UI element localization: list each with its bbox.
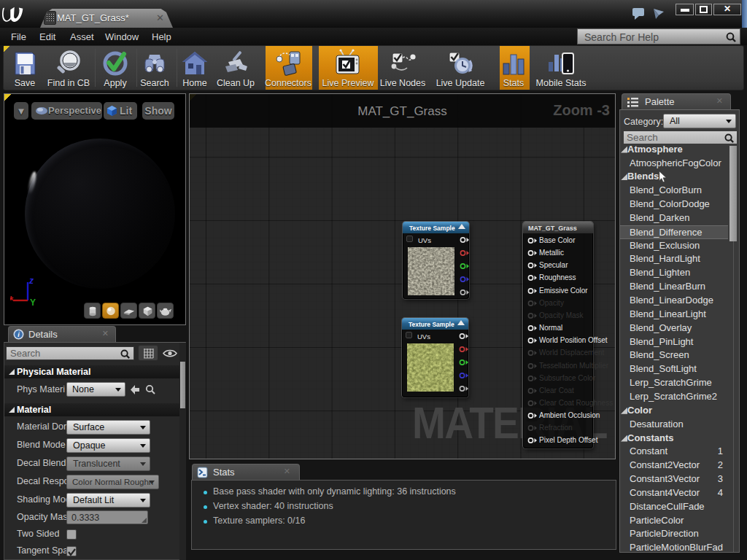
svg-text:Y: Y	[30, 298, 36, 306]
svg-text:z: z	[28, 276, 34, 286]
